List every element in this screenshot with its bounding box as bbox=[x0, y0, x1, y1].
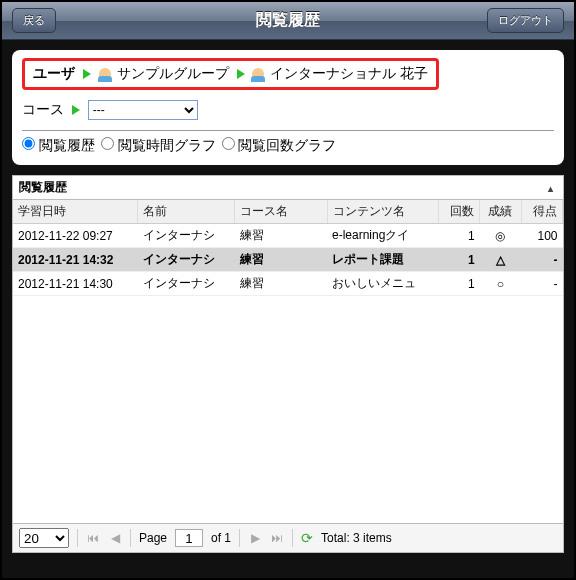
separator bbox=[292, 529, 293, 547]
col-content[interactable]: コンテンツ名 bbox=[327, 200, 438, 224]
prev-page-icon[interactable]: ◀ bbox=[108, 531, 122, 545]
breadcrumb-user[interactable]: インターナショナル 花子 bbox=[270, 65, 428, 81]
page-input[interactable] bbox=[175, 529, 203, 547]
next-page-icon[interactable]: ▶ bbox=[248, 531, 262, 545]
filter-panel: ユーザ サンプルグループ インターナショナル 花子 コース --- 閲覧履歴 閲… bbox=[12, 50, 564, 165]
history-grid: 閲覧履歴 ▴ 学習日時 名前 コース名 コンテンツ名 回数 成績 得点 2012… bbox=[12, 175, 564, 553]
grid-title-text: 閲覧履歴 bbox=[19, 179, 67, 196]
separator bbox=[239, 529, 240, 547]
col-name[interactable]: 名前 bbox=[138, 200, 235, 224]
first-page-icon[interactable]: ⏮ bbox=[86, 531, 100, 545]
radio-time-graph[interactable]: 閲覧時間グラフ bbox=[101, 137, 216, 153]
table-row[interactable]: 2012-11-21 14:30インターナシ練習おいしいメニュ1○- bbox=[13, 272, 563, 296]
logout-button[interactable]: ログアウト bbox=[487, 8, 564, 33]
breadcrumb-label: ユーザ bbox=[33, 65, 75, 81]
course-select[interactable]: --- bbox=[88, 100, 198, 120]
table-row[interactable]: 2012-11-21 14:32インターナシ練習レポート課題1△- bbox=[13, 248, 563, 272]
view-radios: 閲覧履歴 閲覧時間グラフ 閲覧回数グラフ bbox=[22, 130, 554, 155]
course-label: コース bbox=[22, 101, 64, 117]
group-icon bbox=[99, 68, 111, 80]
col-course[interactable]: コース名 bbox=[235, 200, 327, 224]
breadcrumb: ユーザ サンプルグループ インターナショナル 花子 bbox=[22, 58, 439, 90]
arrow-icon bbox=[237, 69, 245, 79]
course-row: コース --- bbox=[22, 100, 554, 120]
data-table: 学習日時 名前 コース名 コンテンツ名 回数 成績 得点 2012-11-22 … bbox=[13, 200, 563, 296]
page-size-select[interactable]: 20 bbox=[19, 528, 69, 548]
page-of: of 1 bbox=[211, 531, 231, 545]
col-result[interactable]: 成績 bbox=[480, 200, 521, 224]
user-icon bbox=[252, 68, 264, 80]
titlebar: 戻る 閲覧履歴 ログアウト bbox=[2, 2, 574, 40]
separator bbox=[130, 529, 131, 547]
grid-titlebar: 閲覧履歴 ▴ bbox=[13, 176, 563, 200]
radio-history[interactable]: 閲覧履歴 bbox=[22, 137, 95, 153]
radio-count-graph[interactable]: 閲覧回数グラフ bbox=[222, 137, 337, 153]
page-label: Page bbox=[139, 531, 167, 545]
arrow-icon bbox=[72, 105, 80, 115]
col-date[interactable]: 学習日時 bbox=[13, 200, 138, 224]
collapse-icon[interactable]: ▴ bbox=[543, 183, 557, 193]
separator bbox=[77, 529, 78, 547]
col-score[interactable]: 得点 bbox=[521, 200, 562, 224]
total-label: Total: 3 items bbox=[321, 531, 392, 545]
arrow-icon bbox=[83, 69, 91, 79]
breadcrumb-group[interactable]: サンプルグループ bbox=[117, 65, 229, 81]
table-row[interactable]: 2012-11-22 09:27インターナシ練習e-learningクイ1◎10… bbox=[13, 224, 563, 248]
col-count[interactable]: 回数 bbox=[438, 200, 479, 224]
back-button[interactable]: 戻る bbox=[12, 8, 56, 33]
last-page-icon[interactable]: ⏭ bbox=[270, 531, 284, 545]
pager: 20 ⏮ ◀ Page of 1 ▶ ⏭ ⟳ Total: 3 items bbox=[13, 523, 563, 552]
refresh-icon[interactable]: ⟳ bbox=[301, 530, 313, 546]
